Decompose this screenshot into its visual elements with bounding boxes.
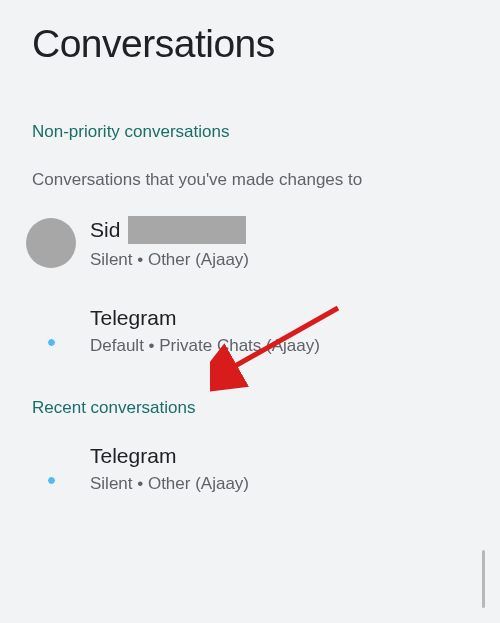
conversation-subtitle: Default • Private Chats (Ajaay) [90, 336, 320, 356]
section-header-recent: Recent conversations [0, 356, 500, 418]
conversation-title: Telegram [90, 444, 249, 468]
section-header-non-priority: Non-priority conversations [0, 66, 500, 142]
section-description: Conversations that you've made changes t… [0, 142, 500, 190]
conversation-item-sid[interactable]: Sid Silent • Other (Ajaay) [0, 190, 500, 270]
conversation-subtitle: Silent • Other (Ajaay) [90, 250, 249, 270]
redacted-block [128, 216, 246, 244]
conversation-title: Telegram [90, 306, 320, 330]
page-title: Conversations [0, 0, 500, 66]
conversation-subtitle: Silent • Other (Ajaay) [90, 474, 249, 494]
conversation-item-telegram[interactable]: Telegram Default • Private Chats (Ajaay) [0, 270, 500, 356]
avatar [26, 218, 76, 268]
status-dot-icon [47, 476, 56, 485]
status-dot-icon [47, 338, 56, 347]
conversation-title: Sid [90, 218, 120, 242]
scrollbar[interactable] [482, 550, 485, 608]
conversation-item-telegram-recent[interactable]: Telegram Silent • Other (Ajaay) [0, 418, 500, 494]
